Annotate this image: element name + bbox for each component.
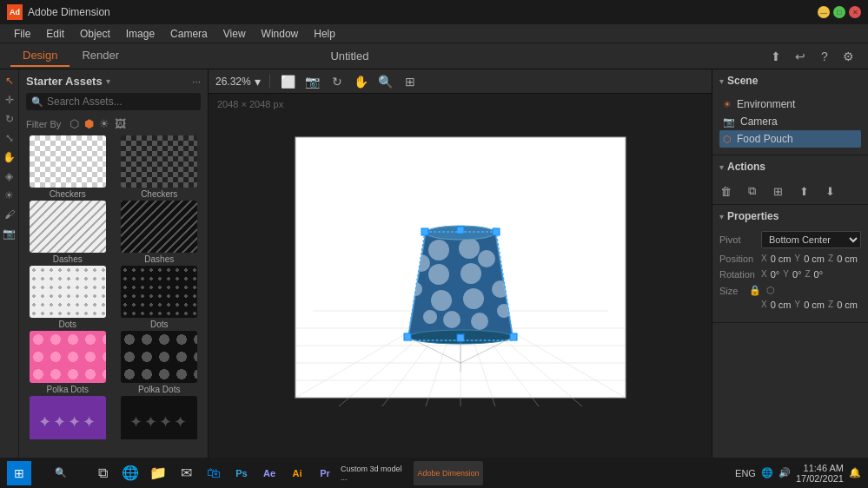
- asset-label: Dashes: [144, 254, 174, 264]
- properties-caret-icon: ▾: [719, 212, 724, 221]
- svg-point-19: [428, 264, 449, 285]
- light-tool[interactable]: ☀: [2, 188, 17, 203]
- tab-design[interactable]: Design: [10, 45, 70, 67]
- panel-title: Starter Assets: [26, 75, 103, 88]
- list-item[interactable]: Dashes: [23, 201, 113, 264]
- canvas-content[interactable]: 2048 × 2048 px: [209, 94, 712, 458]
- pan-tool[interactable]: ✋: [2, 149, 17, 165]
- panel-caret-icon[interactable]: ▾: [106, 76, 110, 86]
- svg-point-24: [463, 288, 484, 309]
- list-item[interactable]: Dashes: [115, 201, 205, 264]
- grid-icon[interactable]: ⊞: [401, 72, 420, 91]
- menu-file[interactable]: File: [7, 26, 37, 42]
- menu-camera[interactable]: Camera: [163, 26, 215, 42]
- scene-section-header[interactable]: ▾ Scene: [712, 69, 868, 92]
- material-tool[interactable]: ◈: [2, 168, 17, 184]
- frame-icon[interactable]: ⬜: [279, 72, 298, 91]
- camera-tool[interactable]: 📷: [2, 226, 17, 241]
- list-item[interactable]: Dots: [115, 266, 205, 329]
- taskbar-3d-model-app[interactable]: Custom 3d model ...: [341, 461, 410, 485]
- minimize-button[interactable]: —: [818, 6, 830, 18]
- scene-item-foodpouch[interactable]: ⬡ Food Pouch: [719, 130, 861, 148]
- pan-canvas-icon[interactable]: ✋: [352, 72, 371, 91]
- menu-edit[interactable]: Edit: [39, 26, 71, 42]
- list-item[interactable]: ✦✦✦✦ Stars: [23, 396, 113, 439]
- rotate-tool[interactable]: ↻: [2, 111, 17, 127]
- position-row: Position X 0 cm Y 0 cm Z 0 cm: [719, 254, 861, 264]
- scene-item-camera[interactable]: 📷 Camera: [719, 113, 861, 130]
- filter-all-icon[interactable]: ⬡: [70, 117, 79, 130]
- close-button[interactable]: ✕: [849, 6, 861, 18]
- list-item[interactable]: Checkers: [23, 135, 113, 199]
- system-tray: ENG 🌐 🔊 11:46 AM 17/02/2021 🔔: [735, 463, 861, 484]
- duplicate-action-button[interactable]: ⧉: [742, 181, 761, 201]
- list-item[interactable]: Dots: [23, 266, 113, 329]
- select-tool[interactable]: ↖: [2, 73, 17, 89]
- actions-section-header[interactable]: ▾ Actions: [712, 155, 868, 178]
- taskbar-ai-icon[interactable]: Ai: [285, 461, 309, 485]
- zoom-canvas-icon[interactable]: 🔍: [376, 72, 395, 91]
- scale-tool[interactable]: ⤡: [2, 130, 17, 146]
- tab-bar: Design Render Untitled ⬆ ↩ ? ⚙: [0, 43, 868, 69]
- move-tool[interactable]: ✛: [2, 92, 17, 108]
- filter-light-icon[interactable]: ☀: [99, 117, 109, 130]
- size-lock-icon[interactable]: 🔒: [749, 285, 761, 296]
- taskbar-pr-icon[interactable]: Pr: [313, 461, 337, 485]
- list-item[interactable]: Polka Dots: [115, 331, 205, 394]
- scene-item-environment[interactable]: ☀ Environment: [719, 96, 861, 113]
- svg-rect-37: [457, 227, 464, 234]
- zoom-dropdown-button[interactable]: ▾: [255, 75, 261, 89]
- filter-label: Filter By: [26, 119, 61, 129]
- app-logo: Ad: [7, 4, 23, 20]
- taskbar-search-icon[interactable]: 🔍: [35, 461, 87, 485]
- paint-tool[interactable]: 🖌: [2, 207, 17, 222]
- share-icon[interactable]: ⬆: [767, 48, 785, 65]
- network-icon[interactable]: 🌐: [761, 467, 773, 478]
- orbit-icon[interactable]: ↻: [328, 72, 347, 91]
- asset-thumbnail: ✦✦✦✦: [30, 396, 106, 439]
- taskbar-store-icon[interactable]: 🛍: [202, 461, 226, 485]
- menu-image[interactable]: Image: [119, 26, 162, 42]
- size-more-icon[interactable]: ⬡: [766, 285, 775, 296]
- svg-point-17: [428, 240, 449, 260]
- menu-object[interactable]: Object: [73, 26, 117, 42]
- camera-perspective-icon[interactable]: 📷: [303, 72, 322, 91]
- move-down-action-button[interactable]: ⬇: [820, 181, 839, 201]
- scene-section-content: ☀ Environment 📷 Camera ⬡ Food Pouch: [712, 92, 868, 155]
- taskbar-mail-icon[interactable]: ✉: [174, 461, 198, 485]
- taskbar-ae-icon[interactable]: Ae: [257, 461, 282, 485]
- taskbar-edge-icon[interactable]: 🌐: [118, 461, 142, 485]
- pivot-select[interactable]: Bottom Center Center Top Center: [761, 231, 861, 248]
- taskbar-photoshop-icon[interactable]: Ps: [229, 461, 254, 485]
- filter-texture-icon[interactable]: ⬢: [84, 117, 94, 130]
- undo-icon[interactable]: ↩: [792, 48, 809, 65]
- notification-icon[interactable]: 🔔: [849, 467, 861, 478]
- size-label: Size: [719, 286, 744, 296]
- delete-action-button[interactable]: 🗑: [716, 181, 735, 201]
- start-button[interactable]: ⊞: [7, 461, 31, 485]
- filter-image-icon[interactable]: 🖼: [115, 117, 126, 130]
- camera-icon: 📷: [723, 116, 735, 128]
- svg-point-21: [478, 250, 495, 267]
- menu-window[interactable]: Window: [255, 26, 306, 42]
- list-item[interactable]: Polka Dots: [23, 331, 113, 394]
- search-input[interactable]: [47, 96, 195, 108]
- taskbar-dimension-icon[interactable]: Adobe Dimension: [414, 461, 483, 485]
- tab-render[interactable]: Render: [70, 45, 131, 67]
- list-item[interactable]: ✦✦✦✦ Stars: [115, 396, 205, 439]
- taskbar-taskview-icon[interactable]: ⧉: [90, 461, 115, 485]
- settings-icon[interactable]: ⚙: [840, 48, 858, 65]
- menu-view[interactable]: View: [216, 26, 253, 42]
- filter-bar: Filter By ⬡ ⬢ ☀ 🖼: [19, 115, 208, 135]
- volume-icon[interactable]: 🔊: [779, 467, 791, 478]
- maximize-button[interactable]: □: [833, 6, 845, 18]
- group-action-button[interactable]: ⊞: [768, 181, 787, 201]
- size-values-row: X 0 cm Y 0 cm Z 0 cm: [719, 300, 861, 310]
- list-item[interactable]: Checkers: [115, 135, 205, 199]
- menu-help[interactable]: Help: [307, 26, 342, 42]
- help-icon[interactable]: ?: [816, 48, 833, 65]
- taskbar-explorer-icon[interactable]: 📁: [146, 461, 170, 485]
- panel-more-icon[interactable]: ···: [192, 76, 201, 88]
- properties-section-header[interactable]: ▾ Properties: [712, 205, 868, 228]
- move-up-action-button[interactable]: ⬆: [794, 181, 813, 201]
